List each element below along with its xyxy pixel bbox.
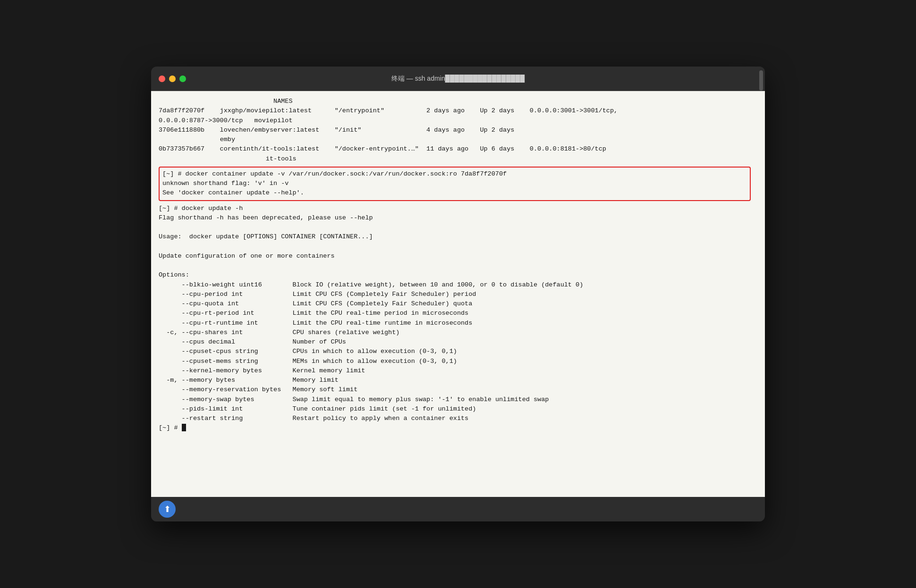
traffic-lights [159, 76, 186, 82]
upload-icon: ⬆ [164, 505, 171, 513]
help-output: [~] # docker update -h Flag shorthand -h… [159, 204, 751, 433]
terminal-window: 终端 — ssh admin█████████████████ NAMES 7d… [151, 67, 765, 521]
titlebar: 终端 — ssh admin█████████████████ [151, 67, 765, 91]
minimize-button[interactable] [169, 76, 176, 82]
error-line1: [~] # docker container update -v /var/ru… [162, 169, 747, 179]
names-header: NAMES 7da8f7f2070f jxxghp/moviepilot:lat… [159, 97, 751, 164]
scrollbar-thumb [759, 70, 763, 91]
close-button[interactable] [159, 76, 165, 82]
maximize-button[interactable] [179, 76, 186, 82]
terminal-body[interactable]: NAMES 7da8f7f2070f jxxghp/moviepilot:lat… [151, 91, 765, 497]
scrollbar[interactable] [757, 67, 765, 91]
error-line3: See 'docker container update --help'. [162, 188, 747, 198]
bottom-bar: ⬆ [151, 497, 765, 521]
window-title: 终端 — ssh admin█████████████████ [391, 75, 525, 83]
upload-button[interactable]: ⬆ [159, 501, 176, 518]
error-line2: unknown shorthand flag: 'v' in -v [162, 179, 747, 188]
error-block: [~] # docker container update -v /var/ru… [159, 167, 751, 201]
